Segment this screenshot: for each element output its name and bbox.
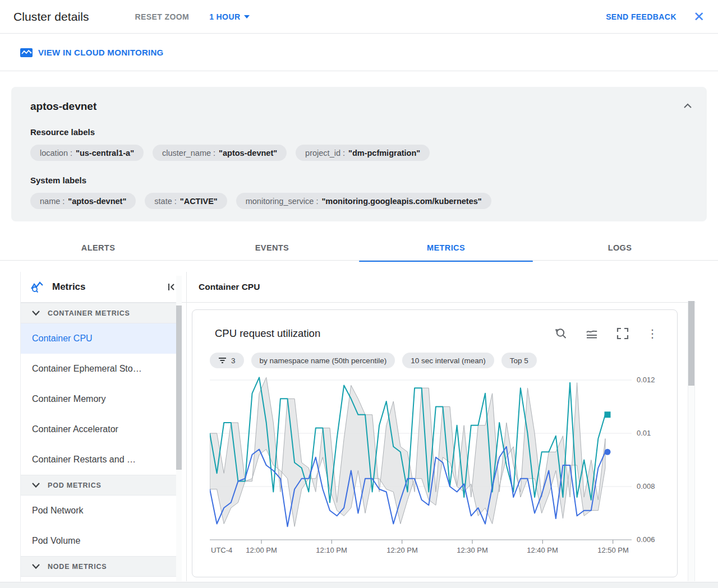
label-chip-project-id: project_id : "dm-pcfmigration": [296, 145, 430, 161]
chart-type-area-icon[interactable]: [585, 327, 599, 340]
filter-count-chip[interactable]: 3: [210, 353, 244, 368]
view-in-cloud-monitoring-link[interactable]: VIEW IN CLOUD MONITORING: [20, 48, 164, 58]
caret-down-icon: [244, 15, 250, 18]
top-header-bar: Cluster details RESET ZOOM 1 HOUR SEND F…: [0, 0, 718, 34]
chip-separator: :: [62, 197, 65, 206]
sidebar-title: Metrics: [52, 281, 165, 293]
metric-panel-header: Container CPU: [187, 272, 696, 303]
top5-chip[interactable]: Top 5: [501, 353, 537, 368]
reset-zoom-button[interactable]: RESET ZOOM: [135, 12, 190, 21]
y-tick-label: 0.006: [637, 535, 666, 544]
metrics-explorer-icon: [30, 280, 44, 294]
chip-separator: :: [174, 197, 177, 206]
label-chip-name: name : "aptos-devnet": [30, 193, 136, 209]
interval-chip[interactable]: 10 sec interval (mean): [402, 353, 494, 368]
section-container-metrics[interactable]: CONTAINER METRICS: [21, 303, 177, 323]
timezone-label: UTC-4: [211, 546, 232, 554]
cpu-request-utilization-card: CPU request utilization ⋮ 3 by namespace…: [192, 309, 678, 577]
horizontal-scrollbar-track[interactable]: [0, 582, 718, 588]
chart-title: CPU request utilization: [215, 327, 320, 340]
chart-filter-chips: 3 by namespace name (50th percentile) 10…: [210, 353, 537, 368]
metrics-sidebar: Metrics CONTAINER METRICS Container CPU …: [20, 272, 186, 581]
system-labels-row: name : "aptos-devnet" state : "ACTIVE" m…: [30, 193, 696, 209]
fullscreen-icon[interactable]: [616, 327, 629, 340]
cluster-summary-card: aptos-devnet Resource labels location : …: [11, 87, 707, 221]
chip-separator: :: [316, 197, 318, 206]
section-pod-metrics[interactable]: POD METRICS: [21, 475, 177, 496]
chip-value: "ACTIVE": [180, 197, 218, 206]
close-icon[interactable]: ✕: [693, 10, 705, 24]
section-heading: CONTAINER METRICS: [48, 309, 130, 317]
chevron-down-icon: [32, 483, 40, 488]
chevron-up-icon[interactable]: [681, 99, 694, 113]
label-chip-state: state : "ACTIVE": [145, 193, 227, 209]
y-tick-label: 0.008: [637, 482, 666, 490]
panel-scrollbar-thumb[interactable]: [688, 301, 694, 386]
sidebar-item-pod-network[interactable]: Pod Network: [21, 496, 177, 526]
chip-key: monitoring_service: [246, 197, 314, 206]
resource-labels-heading: Resource labels: [30, 127, 696, 137]
chip-key: state: [154, 197, 172, 206]
y-tick-label: 0.01: [637, 429, 666, 437]
more-options-icon[interactable]: ⋮: [647, 328, 658, 339]
chip-separator: :: [343, 149, 345, 158]
chip-key: project_id: [305, 149, 340, 158]
monitoring-link-bar: VIEW IN CLOUD MONITORING: [0, 34, 718, 71]
metrics-sidebar-header: Metrics: [21, 272, 186, 303]
monitoring-chart-icon: [20, 48, 33, 58]
page-title: Cluster details: [13, 10, 89, 24]
tab-events[interactable]: EVENTS: [185, 235, 359, 260]
chip-separator: :: [70, 149, 72, 158]
label-chip-location: location : "us-central1-a": [30, 145, 144, 161]
time-range-label: 1 HOUR: [209, 12, 240, 21]
tab-metrics[interactable]: METRICS: [359, 235, 533, 260]
tab-alerts[interactable]: ALERTS: [11, 235, 185, 260]
chip-value: "dm-pcfmigration": [348, 149, 420, 158]
chip-value: "aptos-devnet": [219, 149, 277, 158]
metric-panel-title: Container CPU: [199, 282, 260, 292]
y-tick-label: 0.012: [637, 376, 666, 384]
chevron-down-icon: [32, 564, 40, 569]
chip-separator: :: [213, 149, 215, 158]
cluster-name-title: aptos-devnet: [30, 100, 696, 113]
x-tick-label: 12:40 PM: [527, 546, 558, 554]
sidebar-item-container-restarts[interactable]: Container Restarts and …: [21, 445, 177, 475]
chevron-down-icon: [32, 311, 40, 316]
chip-value: "monitoring.googleapis.com/kubernetes": [321, 197, 481, 206]
sidebar-item-container-accelerator[interactable]: Container Accelerator: [21, 414, 177, 445]
sidebar-item-container-memory[interactable]: Container Memory: [21, 384, 177, 414]
panel-divider: [186, 272, 187, 581]
send-feedback-link[interactable]: SEND FEEDBACK: [606, 12, 676, 21]
chip-key: cluster_name: [162, 149, 211, 158]
section-heading: NODE METRICS: [48, 563, 107, 571]
x-tick-label: 12:00 PM: [246, 546, 277, 554]
sidebar-item-container-cpu[interactable]: Container CPU: [21, 323, 177, 354]
section-node-metrics[interactable]: NODE METRICS: [21, 556, 177, 577]
cluster-details-panel: Cluster details RESET ZOOM 1 HOUR SEND F…: [0, 0, 718, 588]
cpu-chart-plot[interactable]: [210, 371, 636, 545]
zoom-reset-icon[interactable]: [554, 327, 568, 340]
label-chip-cluster-name: cluster_name : "aptos-devnet": [153, 145, 287, 161]
tab-bar: ALERTS EVENTS METRICS LOGS: [11, 235, 707, 260]
tab-logs[interactable]: LOGS: [533, 235, 707, 260]
x-tick-label: 12:10 PM: [316, 546, 347, 554]
x-tick-label: 12:20 PM: [386, 546, 418, 554]
chip-value: "us-central1-a": [76, 149, 134, 158]
tab-bar-divider: [0, 260, 718, 261]
chip-key: name: [40, 197, 60, 206]
sidebar-scrollbar-thumb[interactable]: [176, 305, 182, 470]
resource-labels-row: location : "us-central1-a" cluster_name …: [30, 145, 696, 161]
chip-value: "aptos-devnet": [68, 197, 126, 206]
label-chip-monitoring-service: monitoring_service : "monitoring.googlea…: [236, 193, 491, 209]
group-by-chip[interactable]: by namespace name (50th percentile): [251, 353, 395, 368]
chart-toolbar: ⋮: [554, 327, 658, 340]
section-heading: POD METRICS: [48, 481, 102, 489]
filter-list-icon: [218, 357, 227, 364]
sidebar-item-container-ephemeral-storage[interactable]: Container Ephemeral Sto…: [21, 354, 177, 384]
view-in-cloud-monitoring-label: VIEW IN CLOUD MONITORING: [38, 48, 164, 57]
chip-key: location: [40, 149, 68, 158]
x-tick-label: 12:50 PM: [597, 546, 629, 554]
time-range-dropdown[interactable]: 1 HOUR: [209, 12, 250, 21]
system-labels-heading: System labels: [30, 175, 696, 185]
sidebar-item-pod-volume[interactable]: Pod Volume: [21, 526, 177, 556]
